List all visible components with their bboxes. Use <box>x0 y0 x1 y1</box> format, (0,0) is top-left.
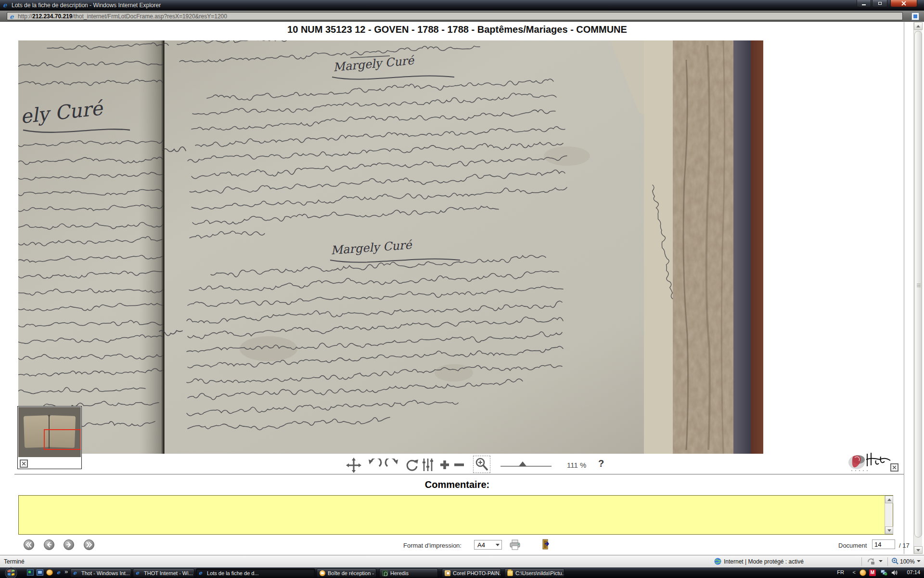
tray-mail-icon[interactable] <box>860 569 866 576</box>
adjustments-button[interactable] <box>422 458 435 472</box>
section-divider <box>14 474 904 474</box>
minimize-button[interactable] <box>857 0 871 7</box>
document-page-total: / 17 <box>899 542 910 549</box>
status-separator <box>861 557 862 566</box>
exit-button[interactable] <box>539 539 550 550</box>
taskbar-button-label: Lots de la fiche de d... <box>207 570 259 576</box>
print-format-label: Format d'impression: <box>403 542 462 549</box>
close-icon <box>901 1 906 6</box>
zoom-select-tool[interactable] <box>473 456 490 473</box>
previous-document-button[interactable] <box>44 539 54 550</box>
status-bar: Terminé Internet | Mode protégé : activé… <box>0 555 924 567</box>
zoom-slider-handle[interactable] <box>519 461 526 466</box>
close-icon <box>892 465 897 470</box>
first-document-button[interactable] <box>24 539 34 550</box>
zoom-out-button[interactable] <box>453 459 465 471</box>
refresh-shield-icon[interactable] <box>867 558 875 565</box>
viewer-close-button[interactable] <box>890 463 898 472</box>
taskbar-button-heredis[interactable]: Heredis <box>379 568 438 578</box>
page-scroll-thumb[interactable] <box>914 31 922 538</box>
thumbnail-photo <box>18 407 81 457</box>
thumbnail-navigator[interactable] <box>17 406 82 469</box>
page-scroll-up-button[interactable] <box>914 22 923 30</box>
page-scroll-down-button[interactable] <box>914 546 923 554</box>
window-title: Lots de la fiche de description - Window… <box>12 2 161 9</box>
quick-launch-mail-icon[interactable] <box>46 569 53 576</box>
tray-expand-chevron[interactable]: < <box>853 569 856 575</box>
arrow-up-icon <box>887 499 891 501</box>
quick-launch-ie-icon[interactable] <box>57 570 60 575</box>
chevron-down-icon[interactable] <box>879 560 883 562</box>
scroll-down-button[interactable] <box>885 526 893 534</box>
page-zoom-value[interactable]: 100% <box>900 558 915 565</box>
close-icon <box>22 461 26 466</box>
arrow-left-icon <box>46 542 52 548</box>
language-indicator[interactable]: FR <box>837 569 844 575</box>
taskbar-button-label: Boîte de réception - ... <box>328 570 376 576</box>
comment-textarea[interactable] <box>18 495 893 535</box>
print-format-value: A4 <box>477 541 485 549</box>
help-button[interactable]: ? <box>598 458 604 469</box>
zoom-percent-label: 111 % <box>567 461 586 469</box>
ie-icon <box>73 570 79 576</box>
chevron-down-icon[interactable] <box>917 560 921 562</box>
document-page-input[interactable] <box>872 539 895 549</box>
url-protocol: http:// <box>18 13 32 20</box>
rotate-reset-button[interactable] <box>404 458 419 472</box>
rotate-cw-button[interactable] <box>385 459 400 472</box>
taskbar-button-corel[interactable]: Corel PHOTO-PAIN... <box>442 568 501 578</box>
print-button[interactable] <box>509 539 521 550</box>
taskbar-button-thot[interactable]: Thot - Windows Int... <box>70 568 131 578</box>
url-field[interactable]: http://212.234.70.219/thot_internet/FrmL… <box>7 12 903 20</box>
arrow-down-icon <box>887 529 891 532</box>
manuscript-image[interactable]: ely Curé Margely Curé Margely Curé <box>18 40 763 454</box>
address-bar: http://212.234.70.219/thot_internet/FrmL… <box>0 11 924 22</box>
start-button[interactable] <box>5 567 17 578</box>
close-button[interactable] <box>890 0 917 7</box>
chevron-down-icon <box>496 544 500 546</box>
next-document-button[interactable] <box>64 539 74 550</box>
arrow-down-icon <box>916 549 920 552</box>
page-ie-icon <box>10 13 13 20</box>
arrow-right-icon <box>66 542 72 548</box>
tray-clock[interactable]: 07:14 <box>907 569 920 575</box>
scroll-up-button[interactable] <box>885 496 893 503</box>
tray-mcafee-icon[interactable]: M <box>869 569 876 576</box>
taskbar-button-pictures-folder[interactable]: C:\Users\nilda\Pictu... <box>504 568 565 578</box>
comment-scrollbar[interactable] <box>885 496 893 534</box>
rotate-ccw-button[interactable] <box>367 459 382 472</box>
arrow-up-icon <box>916 25 920 27</box>
pan-tool-button[interactable] <box>346 457 362 473</box>
taskbar: » Thot - Windows Int... THOT Internet - … <box>0 567 924 578</box>
page-refresh-icon[interactable] <box>911 13 919 20</box>
url-path: /thot_internet/FrmLotDocFrame.asp?resX=1… <box>72 13 227 20</box>
print-format-select[interactable]: A4 <box>474 540 502 550</box>
quick-launch-overflow-chevron[interactable]: » <box>64 568 68 575</box>
folder-icon <box>507 570 513 576</box>
tray-network-icon[interactable] <box>881 569 887 576</box>
tray-volume-icon[interactable] <box>891 569 898 576</box>
last-document-button[interactable] <box>84 539 94 550</box>
page-scrollbar[interactable] <box>913 22 922 554</box>
internet-zone-icon <box>714 558 721 565</box>
restore-button[interactable] <box>872 0 887 7</box>
corel-icon <box>445 570 450 576</box>
taskbar-button-inbox[interactable]: Boîte de réception - ... <box>317 568 376 578</box>
thumbnail-close-button[interactable] <box>20 460 28 468</box>
taskbar-button-lots-fiche[interactable]: Lots de la fiche de d... <box>196 568 315 578</box>
ie-icon <box>136 570 141 576</box>
ie-logo-icon <box>3 2 7 8</box>
taskbar-button-label: Corel PHOTO-PAIN... <box>453 570 501 576</box>
zoom-in-button[interactable] <box>438 459 451 471</box>
quick-launch-remote-desktop-icon[interactable] <box>27 569 34 576</box>
document-page-label: Document <box>838 542 867 549</box>
title-bar: Lots de la fiche de description - Window… <box>0 0 924 11</box>
mail-icon <box>320 570 325 576</box>
taskbar-button-thot-internet[interactable]: THOT Internet - Wi... <box>133 568 194 578</box>
thot-logo <box>846 450 891 472</box>
comment-label: Commentaire: <box>0 479 914 490</box>
thumbnail-viewport-rect[interactable] <box>44 429 81 450</box>
quick-launch-display-icon[interactable] <box>37 569 43 576</box>
comment-value <box>21 498 882 532</box>
double-chevron-right-icon <box>86 542 92 548</box>
